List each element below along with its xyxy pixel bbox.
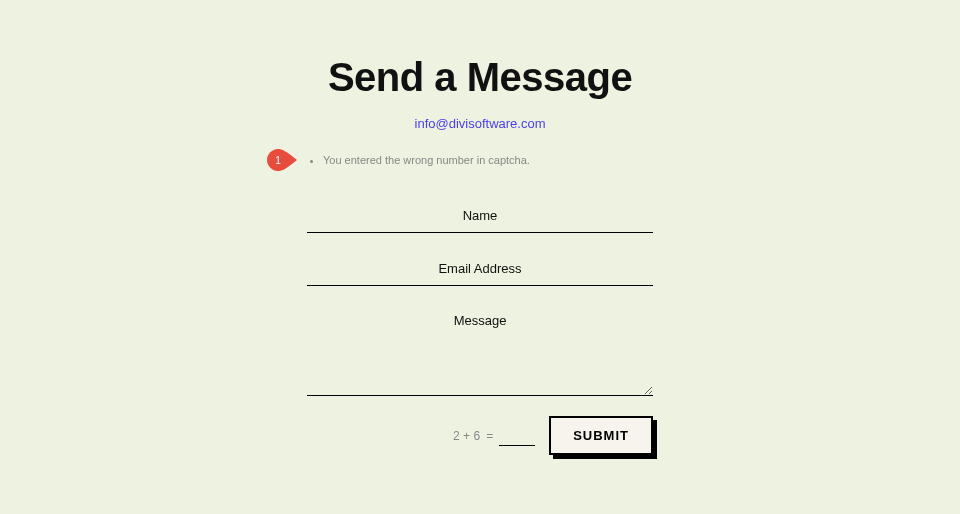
form-bottom-row: 2 + 6 = SUBMIT [307,416,653,455]
message-field[interactable] [307,306,653,396]
error-list: You entered the wrong number in captcha. [307,153,653,168]
error-area: 1 You entered the wrong number in captch… [307,153,653,175]
captcha-equals: = [486,429,493,443]
error-item: You entered the wrong number in captcha. [323,153,653,168]
captcha-input[interactable] [499,426,535,446]
contact-form: 2 + 6 = SUBMIT [307,200,653,455]
contact-form-container: Send a Message info@divisoftware.com 1 Y… [0,0,960,455]
name-field[interactable] [307,200,653,233]
annotation-marker: 1 [267,149,297,171]
annotation-number: 1 [275,155,281,166]
page-title: Send a Message [328,55,632,100]
captcha-wrap: 2 + 6 = [453,426,535,446]
submit-button[interactable]: SUBMIT [549,416,653,455]
email-field[interactable] [307,253,653,286]
contact-email-link[interactable]: info@divisoftware.com [415,116,546,131]
captcha-question: 2 + 6 [453,429,480,443]
